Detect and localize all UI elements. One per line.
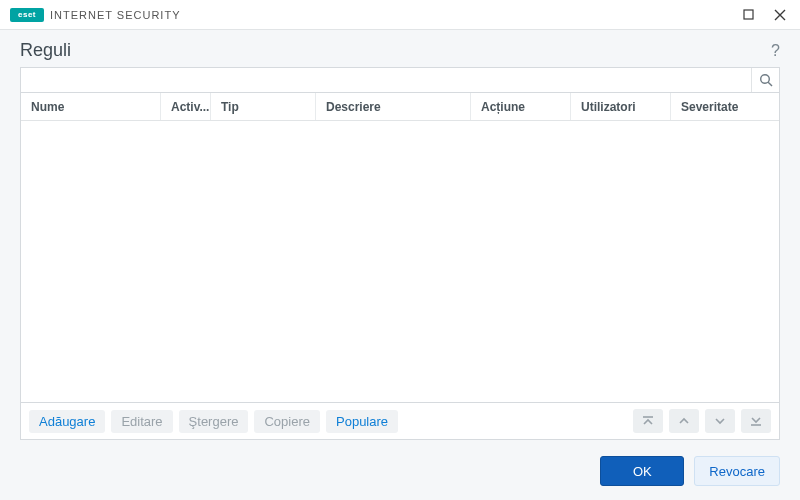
table-header: NumeActiv...TipDescriereAcțiuneUtilizato…: [21, 93, 779, 121]
help-button[interactable]: ?: [771, 42, 780, 60]
brand-logo: eset: [10, 8, 44, 22]
copy-button[interactable]: Copiere: [254, 410, 320, 433]
chevron-down-icon: [713, 415, 727, 427]
ok-button[interactable]: OK: [600, 456, 684, 486]
move-up-button[interactable]: [669, 409, 699, 433]
chevron-top-icon: [641, 415, 655, 427]
delete-button[interactable]: Ştergere: [179, 410, 249, 433]
dialog-footer: OK Revocare: [0, 440, 800, 500]
search-input[interactable]: [21, 68, 751, 92]
column-header[interactable]: Severitate: [671, 93, 779, 120]
rules-table: NumeActiv...TipDescriereAcțiuneUtilizato…: [20, 93, 780, 403]
product-name: INTERNET SECURITY: [50, 9, 180, 21]
column-header[interactable]: Activ...: [161, 93, 211, 120]
table-body: [21, 121, 779, 402]
populate-button[interactable]: Populare: [326, 410, 398, 433]
svg-rect-0: [744, 10, 753, 19]
cancel-button[interactable]: Revocare: [694, 456, 780, 486]
svg-point-1: [760, 75, 769, 84]
help-icon: ?: [771, 42, 780, 59]
close-button[interactable]: [766, 2, 794, 28]
column-header[interactable]: Descriere: [316, 93, 471, 120]
column-header[interactable]: Utilizatori: [571, 93, 671, 120]
column-header[interactable]: Nume: [21, 93, 161, 120]
title-bar: eset INTERNET SECURITY: [0, 0, 800, 30]
chevron-bottom-icon: [749, 415, 763, 427]
maximize-button[interactable]: [734, 2, 762, 28]
column-header[interactable]: Tip: [211, 93, 316, 120]
page-header: Reguli ?: [0, 30, 800, 67]
chevron-up-icon: [677, 415, 691, 427]
column-header[interactable]: Acțiune: [471, 93, 571, 120]
page-title: Reguli: [20, 40, 71, 61]
search-button[interactable]: [751, 68, 779, 92]
search-row: [20, 67, 780, 93]
brand: eset INTERNET SECURITY: [10, 8, 180, 22]
add-button[interactable]: Adăugare: [29, 410, 105, 433]
move-top-button[interactable]: [633, 409, 663, 433]
edit-button[interactable]: Editare: [111, 410, 172, 433]
maximize-icon: [743, 9, 754, 20]
move-down-button[interactable]: [705, 409, 735, 433]
close-icon: [774, 9, 786, 21]
move-bottom-button[interactable]: [741, 409, 771, 433]
window-controls: [734, 2, 794, 28]
search-icon: [759, 73, 773, 87]
content: NumeActiv...TipDescriereAcțiuneUtilizato…: [0, 67, 800, 440]
action-row: Adăugare Editare Ştergere Copiere Popula…: [20, 403, 780, 440]
